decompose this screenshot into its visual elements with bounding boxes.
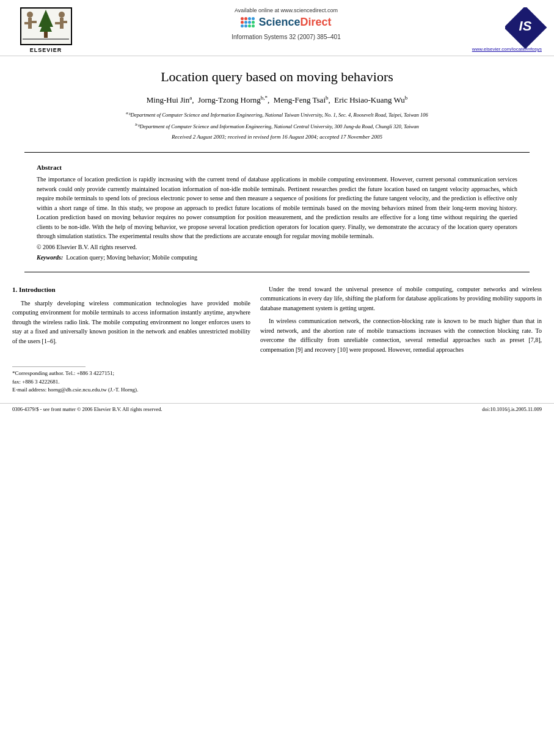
affiliation-a: aᵇDepartment of Computer Science and Inf… [37,110,517,119]
available-online-text: Available online at www.sciencedirect.co… [235,7,338,13]
author-sup-b1: b,* [261,95,268,101]
sciencedirect-center: Available online at www.sciencedirect.co… [79,7,493,40]
svg-point-1 [27,12,33,18]
column-left: 1. Introduction The sharply developing w… [12,285,250,358]
abstract-section: Abstract The importance of location pred… [0,159,554,266]
is-logo: IS www.elsevier.com/locate/infosys [493,7,542,52]
is-diamond-icon: IS [505,7,542,44]
section1-para3: In wireless communication network, the c… [260,316,542,354]
footnotes-section: *Corresponding author. Tel.: +886 3 4227… [0,364,554,397]
authors-line: Ming-Hui Jina, Jorng-Tzong Horngb,*, Men… [37,95,517,105]
svg-point-8 [59,12,65,18]
body-text-right: Under the trend toward the universal pre… [260,285,542,355]
elsevier-logo: ELSEVIER [12,7,79,53]
svg-rect-10 [55,22,60,24]
journal-info: Information Systems 32 (2007) 385–401 [231,34,340,40]
keywords-values: Location query; Moving behavior; Mobile … [66,254,197,261]
received-info: Received 2 August 2003; received in revi… [37,134,517,140]
footnote-corresponding: *Corresponding author. Tel.: +886 3 4227… [12,369,542,378]
svg-rect-7 [44,32,48,38]
svg-rect-3 [24,22,29,24]
author-sup-b2: b [326,95,329,101]
sciencedirect-logo-text: ScienceDirect [258,16,331,29]
paper-title: Location query based on moving behaviors [37,68,517,86]
svg-rect-11 [62,21,67,23]
copyright-text: © 2006 Elsevier B.V. All rights reserved… [37,244,517,250]
footnote-fax: fax: +886 3 4222681. [12,378,542,387]
title-section: Location query based on moving behaviors… [0,56,554,146]
svg-text:IS: IS [519,18,532,34]
keywords-label: Keywords: [37,254,63,261]
section1-para1: The sharply developing wireless communic… [12,299,250,346]
body-text-left: 1. Introduction The sharply developing w… [12,285,250,346]
sciencedirect-logo: ScienceDirect [241,16,331,29]
sd-dots-icon [241,17,255,27]
section1-para2: Under the trend toward the universal pre… [260,285,542,313]
footnote-divider [12,366,86,367]
is-logo-svg: IS [505,7,548,50]
abstract-text: The importance of location prediction is… [37,175,517,241]
abstract-heading: Abstract [37,164,517,171]
elsevier-logo-box [20,7,72,45]
keywords-line: Keywords: Location query; Moving behavio… [37,254,517,261]
author-sup-a: a [189,95,192,101]
section1-heading: 1. Introduction [12,285,250,295]
header: ELSEVIER Available online at www.science… [0,0,554,56]
elsevier-tree-icon [21,9,70,44]
svg-rect-4 [32,21,37,23]
page-footer: 0306-4379/$ - see front matter © 2006 El… [0,403,554,415]
divider-after-abstract [24,272,530,272]
footer-left: 0306-4379/$ - see front matter © 2006 El… [12,406,162,412]
elsevier-text-label: ELSEVIER [30,47,62,53]
affiliation-b: bᵇDepartment of Computer Science and Inf… [37,122,517,131]
divider-after-title [24,152,530,153]
footer-right: doi:10.1016/j.is.2005.11.009 [482,406,542,412]
body-section: 1. Introduction The sharply developing w… [0,278,554,365]
column-right: Under the trend toward the universal pre… [260,285,542,358]
page: ELSEVIER Available online at www.science… [0,0,554,415]
author-sup-b3: b [405,95,408,101]
footnote-email: E-mail address: horng@db.csie.ncu.edu.tw… [12,386,542,394]
